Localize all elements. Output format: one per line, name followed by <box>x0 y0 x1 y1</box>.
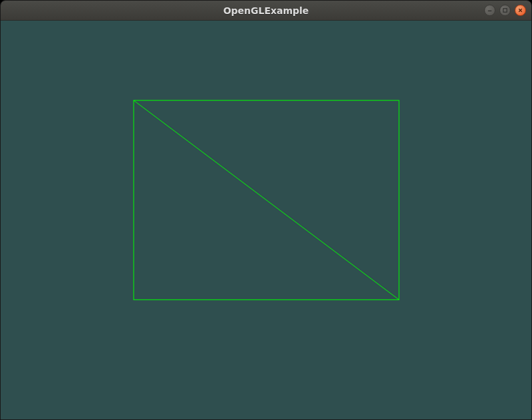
window-controls <box>484 5 526 16</box>
opengl-window: OpenGLExample <box>0 0 532 420</box>
opengl-viewport <box>1 21 531 419</box>
window-title: OpenGLExample <box>223 5 309 16</box>
wireframe-diagonal <box>134 101 399 300</box>
svg-rect-1 <box>503 9 507 12</box>
minimize-icon <box>487 7 493 13</box>
close-button[interactable] <box>515 5 526 16</box>
rendered-geometry <box>1 21 531 419</box>
minimize-button[interactable] <box>484 5 495 16</box>
maximize-button[interactable] <box>499 5 511 16</box>
close-icon <box>517 7 523 13</box>
titlebar[interactable]: OpenGLExample <box>1 1 531 21</box>
maximize-icon <box>502 7 508 13</box>
